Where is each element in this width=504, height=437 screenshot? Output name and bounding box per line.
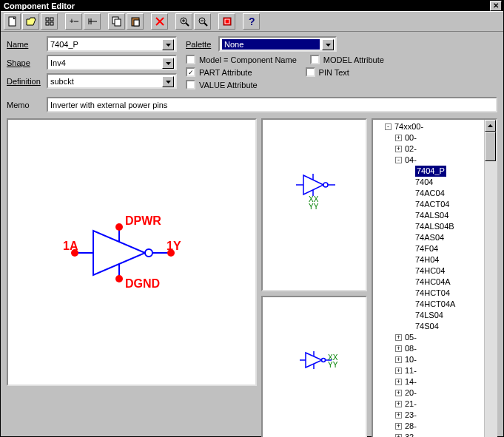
preview-large: 1A DPWR 1Y DGND	[7, 118, 257, 386]
tree-item[interactable]: +14-	[374, 376, 494, 387]
svg-rect-13	[134, 20, 139, 26]
pin-text-checkbox[interactable]: PIN Text	[306, 67, 349, 77]
tree-item[interactable]: 7404_P	[374, 166, 494, 177]
tree-item[interactable]: 74ALS04B	[374, 221, 494, 232]
copy-icon[interactable]	[108, 13, 125, 30]
add-pin-icon[interactable]: +	[65, 13, 82, 30]
checkbox-icon	[310, 55, 320, 64]
svg-point-26	[145, 249, 152, 257]
new-icon[interactable]	[4, 13, 21, 30]
pin-dgnd-label: DGND	[125, 277, 160, 291]
model-component-name-checkbox[interactable]: Model = Component Name	[186, 55, 297, 64]
tree-item[interactable]: +00-	[374, 132, 494, 143]
tree-item[interactable]: +10-	[374, 354, 494, 365]
model-attribute-checkbox[interactable]: MODEL Attribute	[310, 55, 384, 64]
tree-item[interactable]: 74ALS04	[374, 210, 494, 221]
chevron-down-icon[interactable]	[162, 58, 174, 69]
svg-point-32	[115, 275, 123, 282]
tree-item[interactable]: 74LS04	[374, 310, 494, 321]
tree-item[interactable]: +28-	[374, 421, 494, 432]
tree-item[interactable]: +32-	[374, 432, 494, 437]
shape-label: Shape	[7, 58, 47, 67]
svg-rect-2	[50, 18, 53, 21]
part-attribute-checkbox[interactable]: ✓ PART Attribute	[186, 67, 252, 77]
yy-label: YY	[309, 203, 318, 211]
palette-value: None	[222, 39, 320, 50]
shape-input[interactable]: Inv4	[47, 55, 177, 70]
tree-item[interactable]: -04-	[374, 155, 494, 166]
svg-rect-3	[46, 22, 49, 25]
delete-icon[interactable]	[151, 13, 168, 30]
tree-item[interactable]: +20-	[374, 387, 494, 399]
tree-item[interactable]: 74ACT04	[374, 199, 494, 210]
chevron-down-icon[interactable]	[162, 39, 174, 50]
tree-item[interactable]: 74HCT04A	[374, 299, 494, 310]
open-icon[interactable]	[22, 13, 39, 30]
tree-item[interactable]: 7404	[374, 177, 494, 188]
component-tree[interactable]: -74xx00-+00-+02--04-7404_P740474AC0474AC…	[372, 118, 497, 437]
toolbar: + ?	[1, 11, 503, 32]
scrollbar[interactable]	[484, 120, 496, 437]
definition-input[interactable]: subckt	[47, 73, 177, 89]
library-icon[interactable]	[218, 13, 235, 30]
scroll-up-icon[interactable]	[485, 120, 496, 132]
memo-label: Memo	[7, 101, 47, 109]
svg-point-34	[323, 183, 328, 187]
checkbox-icon	[186, 55, 195, 64]
help-icon[interactable]: ?	[243, 13, 260, 30]
tree-item[interactable]: 74S04	[374, 321, 494, 332]
preview-small-bottom: XX YY	[261, 296, 367, 437]
value-attribute-checkbox[interactable]: VALUE Attribute	[186, 80, 258, 89]
tree-item[interactable]: 74AC04	[374, 188, 494, 199]
tree-item[interactable]: +02-	[374, 143, 494, 155]
pin-dpwr-label: DPWR	[125, 214, 161, 228]
svg-line-15	[186, 23, 189, 26]
tree-item[interactable]: 74HC04	[374, 265, 494, 277]
palette-input[interactable]: None	[218, 36, 337, 52]
window-title: Component Editor	[4, 1, 75, 10]
paste-icon[interactable]	[127, 13, 144, 30]
svg-rect-11	[115, 19, 121, 26]
tree-item[interactable]: +23-	[374, 410, 494, 421]
close-button[interactable]: ✕	[490, 1, 502, 11]
pin-1y-label: 1Y	[167, 240, 181, 253]
chevron-down-icon[interactable]	[322, 39, 334, 50]
svg-rect-4	[50, 22, 53, 25]
component-icon[interactable]	[41, 13, 58, 30]
name-input[interactable]: 7404_P	[47, 36, 177, 52]
zoom-in-icon[interactable]	[175, 13, 192, 30]
checkbox-icon	[186, 80, 195, 89]
tree-item[interactable]: 74HCT04	[374, 288, 494, 299]
checkbox-icon: ✓	[186, 67, 195, 77]
tree-item[interactable]: -74xx00-	[374, 121, 494, 132]
tree-item[interactable]: +11-	[374, 365, 494, 376]
name-value: 7404_P	[50, 40, 78, 49]
zoom-out-icon[interactable]	[194, 13, 211, 30]
preview-small-top: XX YY	[261, 118, 367, 291]
svg-line-19	[204, 23, 207, 26]
pin-1a-label: 1A	[63, 240, 78, 253]
svg-rect-1	[46, 18, 49, 21]
chevron-down-icon[interactable]	[162, 76, 174, 87]
tree-item[interactable]: +05-	[374, 332, 494, 343]
svg-point-39	[322, 359, 326, 362]
memo-value: Inverter with external power pins	[50, 101, 167, 109]
tree-item[interactable]: 74F04	[374, 243, 494, 254]
tree-item[interactable]: 74HC04A	[374, 277, 494, 288]
definition-value: subckt	[50, 77, 74, 86]
name-label: Name	[7, 40, 47, 49]
scroll-thumb[interactable]	[485, 132, 496, 161]
yy-label: YY	[328, 362, 337, 369]
tree-item[interactable]: 74H04	[374, 254, 494, 265]
tree-item[interactable]: +21-	[374, 399, 494, 410]
shape-value: Inv4	[50, 58, 66, 67]
svg-point-30	[115, 223, 123, 231]
tree-item[interactable]: 74AS04	[374, 232, 494, 243]
memo-input[interactable]: Inverter with external power pins	[47, 97, 497, 112]
remove-pin-icon[interactable]	[84, 13, 101, 30]
tree-item[interactable]: +08-	[374, 343, 494, 354]
svg-text:?: ?	[249, 16, 255, 27]
svg-text:+: +	[70, 17, 74, 25]
checkbox-icon	[306, 67, 315, 77]
definition-label: Definition	[7, 77, 47, 86]
